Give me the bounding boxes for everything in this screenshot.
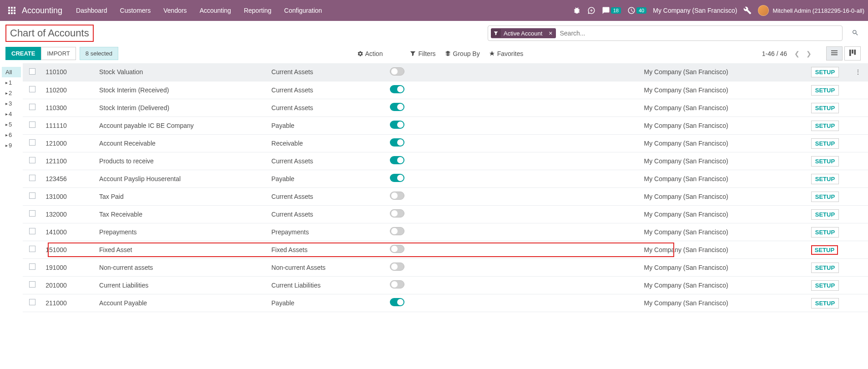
pager-next[interactable]: ❯ [803, 48, 814, 59]
user-menu[interactable]: Mitchell Admin (21182295-16-0-all) [758, 5, 864, 16]
row-checkbox[interactable] [29, 228, 35, 234]
row-checkbox[interactable] [29, 192, 35, 199]
row-checkbox[interactable] [29, 68, 35, 75]
nav-vendors[interactable]: Vendors [157, 0, 193, 21]
table-row[interactable]: 131000Tax PaidCurrent AssetsMy Company (… [23, 187, 868, 205]
table-row[interactable]: 121100Products to receiveCurrent AssetsM… [23, 152, 868, 170]
reconcile-toggle[interactable] [390, 121, 404, 129]
reconcile-toggle[interactable] [390, 138, 404, 147]
setup-button[interactable]: SETUP [811, 85, 839, 96]
nav-accounting[interactable]: Accounting [193, 0, 237, 21]
table-row[interactable]: 110100Stock ValuationCurrent AssetsMy Co… [23, 63, 868, 81]
sidebar-group-3[interactable]: ▸3 [2, 98, 21, 109]
reconcile-toggle[interactable] [390, 280, 404, 288]
debug-icon[interactable] [573, 6, 581, 15]
groupby-dropdown[interactable]: Group By [445, 50, 480, 57]
selection-count[interactable]: 8 selected [80, 47, 118, 60]
account-code: 123456 [42, 170, 96, 187]
setup-button[interactable]: SETUP [811, 280, 839, 291]
reconcile-toggle[interactable] [390, 263, 404, 271]
table-row[interactable]: 201000Current LiabilitiesCurrent Liabili… [23, 276, 868, 294]
table-row[interactable]: 191000Non-current assetsNon-current Asse… [23, 258, 868, 276]
kanban-view-button[interactable] [844, 46, 861, 61]
reconcile-toggle[interactable] [390, 298, 404, 306]
reconcile-toggle[interactable] [390, 192, 404, 200]
setup-button[interactable]: SETUP [811, 263, 839, 273]
row-checkbox[interactable] [29, 121, 35, 128]
import-button[interactable]: IMPORT [41, 47, 76, 60]
kebab-icon[interactable]: ⋮ [855, 68, 861, 76]
row-checkbox[interactable] [29, 263, 35, 270]
reconcile-toggle[interactable] [390, 156, 404, 164]
filters-dropdown[interactable]: Filters [410, 50, 435, 57]
messages-icon[interactable]: 18 [602, 6, 621, 15]
table-row[interactable]: 132000Tax ReceivableCurrent AssetsMy Com… [23, 205, 868, 223]
sidebar-group-1[interactable]: ▸1 [2, 77, 21, 88]
reconcile-toggle[interactable] [390, 174, 404, 182]
facet-remove[interactable]: × [545, 28, 556, 38]
app-name[interactable]: Accounting [20, 6, 70, 15]
sidebar-group-4[interactable]: ▸4 [2, 109, 21, 119]
reconcile-toggle[interactable] [390, 103, 404, 111]
company-switcher[interactable]: My Company (San Francisco) [653, 7, 737, 14]
nav-customers[interactable]: Customers [114, 0, 157, 21]
action-dropdown[interactable]: Action [357, 50, 383, 57]
svg-rect-7 [11, 12, 13, 14]
setup-button[interactable]: SETUP [811, 156, 839, 167]
sidebar-all[interactable]: All [2, 67, 21, 77]
pager-prev[interactable]: ❮ [792, 48, 802, 59]
nav-reporting[interactable]: Reporting [237, 0, 278, 21]
row-checkbox[interactable] [29, 281, 35, 288]
row-checkbox[interactable] [29, 210, 35, 217]
setup-button[interactable]: SETUP [811, 67, 839, 77]
apps-menu-icon[interactable] [4, 2, 20, 19]
table-row[interactable]: 111110Account payable IC BE CompanyPayab… [23, 116, 868, 134]
row-checkbox[interactable] [29, 104, 35, 110]
table-row[interactable]: 141000PrepaymentsPrepaymentsMy Company (… [23, 223, 868, 241]
table-row[interactable]: 151000Fixed AssetFixed AssetsMy Company … [23, 241, 868, 258]
search-box[interactable]: Active Account × [488, 25, 843, 41]
sidebar-group-9[interactable]: ▸9 [2, 140, 21, 151]
table-row[interactable]: 123456Account Payslip HouserentalPayable… [23, 170, 868, 187]
search-input[interactable] [556, 28, 839, 39]
setup-button[interactable]: SETUP [811, 192, 839, 202]
setup-button[interactable]: SETUP [811, 174, 839, 184]
search-icon[interactable] [850, 27, 861, 40]
reconcile-toggle[interactable] [390, 67, 404, 76]
breadcrumb[interactable]: Chart of Accounts [5, 25, 94, 42]
row-checkbox[interactable] [29, 139, 35, 146]
row-checkbox[interactable] [29, 299, 35, 305]
support-icon[interactable] [587, 6, 595, 15]
sidebar-group-5[interactable]: ▸5 [2, 119, 21, 130]
setup-button[interactable]: SETUP [811, 245, 838, 255]
table-row[interactable]: 110200Stock Interim (Received)Current As… [23, 81, 868, 99]
table-row[interactable]: 121000Account ReceivableReceivableMy Com… [23, 134, 868, 152]
account-company: My Company (San Francisco) [640, 81, 807, 99]
setup-button[interactable]: SETUP [811, 227, 839, 238]
setup-button[interactable]: SETUP [811, 298, 839, 308]
activities-icon[interactable]: 40 [627, 6, 646, 15]
sidebar-group-2[interactable]: ▸2 [2, 88, 21, 98]
table-row[interactable]: 211000Account PayablePayableMy Company (… [23, 294, 868, 312]
row-checkbox[interactable] [29, 157, 35, 163]
nav-configuration[interactable]: Configuration [278, 0, 328, 21]
table-row[interactable]: 110300Stock Interim (Delivered)Current A… [23, 99, 868, 116]
reconcile-toggle[interactable] [390, 245, 404, 253]
setup-button[interactable]: SETUP [811, 103, 839, 113]
row-checkbox[interactable] [29, 175, 35, 181]
setup-button[interactable]: SETUP [811, 121, 839, 131]
reconcile-toggle[interactable] [390, 227, 404, 235]
reconcile-toggle[interactable] [390, 85, 404, 93]
list-view-button[interactable] [826, 46, 843, 61]
settings-icon[interactable] [743, 6, 752, 15]
row-checkbox[interactable] [29, 86, 35, 92]
sidebar-group-6[interactable]: ▸6 [2, 130, 21, 140]
create-button[interactable]: CREATE [5, 47, 41, 60]
pager-counter[interactable]: 1-46 / 46 [762, 50, 787, 57]
setup-button[interactable]: SETUP [811, 209, 839, 220]
favorites-dropdown[interactable]: Favorites [489, 50, 524, 57]
nav-dashboard[interactable]: Dashboard [70, 0, 114, 21]
reconcile-toggle[interactable] [390, 209, 404, 217]
row-checkbox[interactable] [29, 246, 35, 252]
setup-button[interactable]: SETUP [811, 138, 839, 149]
